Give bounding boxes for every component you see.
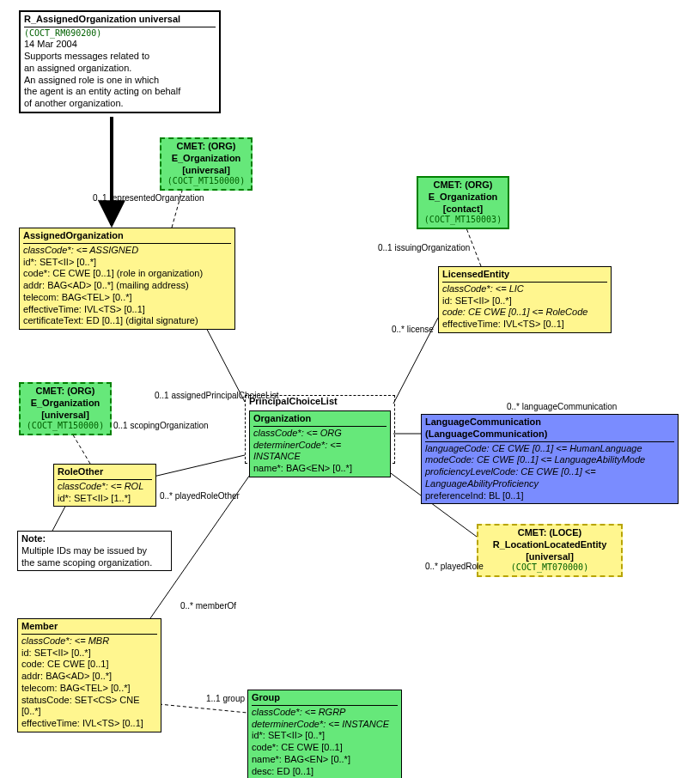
attr: id: SET<II> [0..*] <box>442 295 607 307</box>
note-line: the same scoping organization. <box>21 557 167 569</box>
attr: effectiveTime: IVL<TS> [0..1] <box>23 304 231 316</box>
member-box: Member classCode*: <= MBR id: SET<II> [0… <box>17 618 161 732</box>
attr: telecom: BAG<TEL> [0..*] <box>23 292 231 304</box>
svg-line-1 <box>172 185 184 228</box>
label-license: 0..* license <box>392 325 434 334</box>
assigned-organization-box: AssignedOrganization classCode*: <= ASSI… <box>19 228 235 330</box>
attr: telecom: BAG<TEL> [0..*] <box>21 683 157 695</box>
attr: languageCode: CE CWE [0..1] <= HumanLang… <box>425 443 642 453</box>
attr: desc: ED [0..1] <box>252 766 398 778</box>
label-assigned-pcl: 0..1 assignedPrincipalChoiceList <box>155 391 279 400</box>
role-other-title: RoleOther <box>58 466 152 480</box>
label-scoping-organization: 0..1 scopingOrganization <box>113 421 209 430</box>
cmet-eorg-universal-top: CMET: (ORG) E_Organization [universal] (… <box>160 137 253 191</box>
group-box: Group classCode*: <= RGRP determinerCode… <box>247 690 402 778</box>
attr: determinerCode*: <= INSTANCE <box>252 719 389 729</box>
attr: modeCode: CE CWE [0..1] <= LanguageAbili… <box>425 454 645 465</box>
cmet-id: (COCT_MT150000) <box>165 176 247 187</box>
cmet-eorg-universal-left: CMET: (ORG) E_Organization [universal] (… <box>19 382 112 435</box>
cmet-line: E_Organization <box>172 153 241 163</box>
attr: id*: SET<II> [1..*] <box>58 493 152 505</box>
cmet-line: [universal] <box>182 165 230 175</box>
attr: classCode*: <= ROL <box>58 481 143 491</box>
cmet-line: R_LocationLocatedEntity <box>493 539 607 550</box>
entry-date: 14 Mar 2004 <box>24 39 216 51</box>
attr: classCode*: <= ASSIGNED <box>23 245 138 255</box>
cmet-id: (COCT_MT150003) <box>422 215 504 226</box>
attr: preferenceInd: BL [0..1] <box>425 490 674 502</box>
attr: classCode*: <= LIC <box>442 283 524 294</box>
entry-box: R_AssignedOrganization universal (COCT_R… <box>19 10 221 113</box>
cmet-line: E_Organization <box>31 398 100 408</box>
attr: name*: BAG<EN> [0..*] <box>253 463 387 475</box>
label-represented-organization: 0..1 representedOrganization <box>93 193 204 203</box>
attr: addr: BAG<AD> [0..*] <box>21 671 157 683</box>
diagram-canvas: R_AssignedOrganization universal (COCT_R… <box>0 0 700 778</box>
cmet-location-located-entity: CMET: (LOCE) R_LocationLocatedEntity [un… <box>477 524 623 577</box>
attr: determinerCode*: <= INSTANCE <box>253 440 341 462</box>
cmet-line: [universal] <box>526 551 574 562</box>
attr: statusCode: SET<CS> CNE [0..*] <box>21 695 157 719</box>
attr: classCode*: <= RGRP <box>252 707 345 717</box>
entry-desc: an assigned organization. <box>24 63 216 75</box>
note-line: Multiple IDs may be issued by <box>21 545 167 557</box>
cmet-line: CMET: (LOCE) <box>518 527 582 538</box>
attr: id*: SET<II> [0..*] <box>252 730 398 742</box>
role-other-box: RoleOther classCode*: <= ROL id*: SET<II… <box>53 464 156 507</box>
member-title: Member <box>21 621 157 635</box>
label-language-communication: 0..* languageCommunication <box>507 402 617 411</box>
language-communication-box: LanguageCommunication (LanguageCommunica… <box>421 414 679 504</box>
attr: id: SET<II> [0..*] <box>21 647 157 659</box>
label-played-role: 0..* playedRole <box>425 562 484 571</box>
note-box: Note: Multiple IDs may be issued by the … <box>17 531 172 571</box>
cmet-id: (COCT_MT070000) <box>482 562 618 574</box>
assigned-organization-title: AssignedOrganization <box>23 230 231 244</box>
svg-line-2 <box>202 319 245 402</box>
group-title: Group <box>252 692 398 706</box>
langcomm-title: LanguageCommunication <box>425 416 541 427</box>
label-played-role-other: 0..* playedRoleOther <box>160 491 240 501</box>
label-group: 1..1 group <box>206 694 245 703</box>
organization-box: Organization classCode*: <= ORG determin… <box>249 410 391 477</box>
cmet-line: CMET: (ORG) <box>433 179 492 190</box>
entry-desc: Supports messages related to <box>24 51 216 63</box>
cmet-id: (COCT_MT150000) <box>24 421 107 432</box>
attr: classCode*: <= ORG <box>253 428 342 438</box>
label-issuing-organization: 0..1 issuingOrganization <box>378 243 470 252</box>
attr: code: CE CWE [0..1] <box>21 659 157 671</box>
attr: code*: CE CWE [0..1] <box>252 742 398 754</box>
attr: addr: BAG<AD> [0..*] (mailing address) <box>23 280 231 292</box>
entry-desc: of another organization. <box>24 98 216 110</box>
cmet-line: CMET: (ORG) <box>176 141 235 151</box>
licensed-entity-box: LicensedEntity classCode*: <= LIC id: SE… <box>438 266 612 333</box>
cmet-eorg-contact: CMET: (ORG) E_Organization [contact] (CO… <box>417 176 509 229</box>
attr: code: CE CWE [0..1] <= RoleCode <box>442 307 587 317</box>
organization-title: Organization <box>253 413 387 427</box>
attr: code*: CE CWE [0..1] (role in organizati… <box>23 268 231 280</box>
note-title: Note: <box>21 533 46 544</box>
entry-title: R_AssignedOrganization universal <box>24 14 216 27</box>
label-member-of: 0..* memberOf <box>180 601 236 611</box>
cmet-line: CMET: (ORG) <box>35 386 94 396</box>
licensed-entity-title: LicensedEntity <box>442 269 607 283</box>
langcomm-subtitle: (LanguageCommunication) <box>425 429 547 439</box>
cmet-line: [contact] <box>443 204 483 214</box>
entry-id: (COCT_RM090200) <box>24 28 216 40</box>
attr: name*: BAG<EN> [0..*] <box>252 754 398 766</box>
entry-desc: the agent is an entity acting on behalf <box>24 86 216 98</box>
attr: classCode*: <= MBR <box>21 635 109 646</box>
attr: certificateText: ED [0..1] (digital sign… <box>23 315 231 327</box>
attr: proficiencyLevelCode: CE CWE [0..1] <= L… <box>425 466 596 489</box>
entry-desc: An assigned role is one in which <box>24 75 216 87</box>
cmet-line: [universal] <box>41 410 89 420</box>
svg-line-7 <box>146 455 245 478</box>
svg-line-11 <box>159 704 247 713</box>
attr: effectiveTime: IVL<TS> [0..1] <box>442 319 607 331</box>
attr: effectiveTime: IVL<TS> [0..1] <box>21 718 157 730</box>
cmet-line: E_Organization <box>429 191 498 202</box>
attr: id*: SET<II> [0..*] <box>23 257 231 269</box>
